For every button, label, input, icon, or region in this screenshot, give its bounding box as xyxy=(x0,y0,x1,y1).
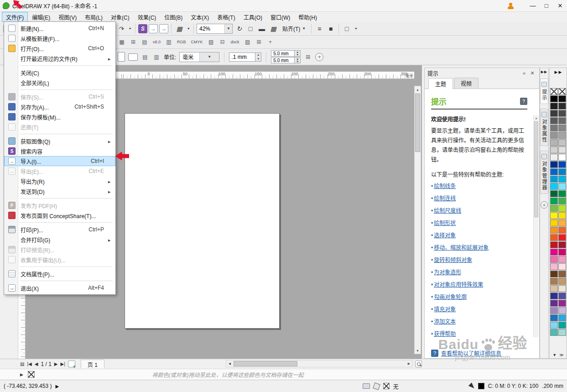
file-menu-item[interactable]: 导入(I)... Ctrl+I xyxy=(4,156,115,166)
fullscreen-preview-icon[interactable]: □ xyxy=(245,24,255,34)
horizontal-scroll-thumb[interactable] xyxy=(234,361,297,366)
hint-topic-link[interactable]: 绘制线条 xyxy=(431,182,527,189)
color-swatch[interactable] xyxy=(550,212,558,219)
color-swatch[interactable] xyxy=(550,249,558,256)
hint-topic-link[interactable]: 移动、缩放和延展对象 xyxy=(431,243,527,251)
scroll-left-icon[interactable]: ◀ xyxy=(226,362,233,366)
toolbar-icon[interactable] xyxy=(193,24,194,34)
color-swatch[interactable] xyxy=(558,234,566,241)
color-swatch[interactable] xyxy=(550,88,558,95)
color-swatch[interactable] xyxy=(550,271,558,277)
color-swatch[interactable] xyxy=(558,103,566,110)
window-layout-icon[interactable]: □ xyxy=(342,24,352,34)
add-control-icon[interactable]: + xyxy=(315,53,323,61)
portrait-button[interactable] xyxy=(118,52,125,62)
first-page-button[interactable]: |◀ xyxy=(27,361,31,366)
show-rulers-icon[interactable]: ▬ xyxy=(257,24,267,34)
hint-topic-link[interactable]: 绘制形状 xyxy=(431,219,527,226)
color-swatch[interactable] xyxy=(550,168,558,175)
color-swatch[interactable] xyxy=(550,110,558,117)
color-swatch[interactable] xyxy=(550,132,558,139)
minimize-button[interactable]: — xyxy=(526,0,540,11)
color-swatch[interactable] xyxy=(550,117,558,124)
file-menu-item[interactable]: 文档属性(P)... xyxy=(4,269,115,279)
redo-icon[interactable]: ↷ xyxy=(116,24,126,34)
color-swatch[interactable] xyxy=(558,198,566,204)
color-swatch[interactable] xyxy=(558,154,566,161)
color-swatch[interactable] xyxy=(558,285,566,292)
duplicate-y-input[interactable] xyxy=(271,57,295,63)
color-swatch[interactable] xyxy=(550,176,558,183)
no-color-swatch[interactable] xyxy=(28,371,35,378)
status-flyout-icon[interactable]: ▶ xyxy=(55,384,59,389)
docker-close-icon[interactable]: ✕ xyxy=(528,70,536,76)
menubar-item[interactable]: 视图(V) xyxy=(54,12,81,22)
add-page-button[interactable] xyxy=(68,361,75,367)
options-icon[interactable]: ≡ xyxy=(314,24,324,34)
grid-settings-icon[interactable]: ⊞ xyxy=(255,38,263,46)
color-swatch[interactable] xyxy=(550,227,558,234)
file-menu-item[interactable]: 发布为 PDF(H) xyxy=(4,200,115,210)
color-swatch[interactable] xyxy=(558,110,566,117)
color-swatch[interactable] xyxy=(558,88,566,95)
scroll-right-icon[interactable]: ▶ xyxy=(406,362,412,366)
nudge-spinner[interactable]: ▲▼ xyxy=(255,52,261,62)
vertical-scrollbar[interactable]: ▲ ▼ xyxy=(414,86,421,354)
file-menu-item[interactable]: 新建(N)... Ctrl+N xyxy=(4,23,115,33)
launcher-dropdown-icon[interactable]: ▾ xyxy=(186,24,191,34)
zoom-combo[interactable]: ▼ xyxy=(197,24,233,34)
corel-account-icon[interactable]: ■ xyxy=(326,24,336,34)
menubar-item[interactable]: 工具(O) xyxy=(239,12,266,22)
dock-arrows-icon[interactable]: ▶▶ xyxy=(541,70,547,74)
duplicate-x-input[interactable] xyxy=(271,50,295,57)
dock-icon[interactable]: dock xyxy=(230,38,240,46)
application-launcher-icon[interactable]: ▦ xyxy=(174,24,184,34)
color-swatch[interactable] xyxy=(558,212,566,219)
color-swatch[interactable] xyxy=(558,205,566,212)
frame-icon[interactable]: ⊟ xyxy=(218,38,227,46)
distribute-icon[interactable]: ▥ xyxy=(165,38,173,46)
more-help-link[interactable]: 查看帮助以了解详细信息 xyxy=(441,349,501,357)
color-swatch[interactable] xyxy=(550,285,558,292)
page-tab[interactable]: 页 1 xyxy=(81,360,104,368)
help-icon[interactable]: ? xyxy=(520,98,527,105)
file-menu-item[interactable]: 从模板新建(F)... xyxy=(4,33,115,43)
menubar-item[interactable]: 文件(F) xyxy=(2,12,28,22)
next-page-button[interactable]: ▶ xyxy=(54,361,58,366)
color-swatch[interactable] xyxy=(558,146,566,153)
redo-dropdown-icon[interactable]: ▾ xyxy=(127,24,132,34)
color-swatch[interactable] xyxy=(550,322,558,329)
color-swatch[interactable] xyxy=(558,190,566,197)
palette-expand-icon[interactable]: ≫ xyxy=(559,353,563,357)
menubar-item[interactable]: 布局(L) xyxy=(81,12,107,22)
toolbar-icon[interactable] xyxy=(135,24,135,34)
color-swatch[interactable] xyxy=(550,241,558,248)
color-swatch[interactable] xyxy=(558,125,566,131)
nudge-input[interactable] xyxy=(229,52,255,62)
color-swatch[interactable] xyxy=(558,314,566,321)
drawing-page[interactable] xyxy=(125,113,280,329)
file-menu-item[interactable]: 另存为(A)... Ctrl+Shift+S xyxy=(4,102,115,112)
quick-customize-icon[interactable]: + xyxy=(541,201,548,209)
treat-as-filled-icon[interactable]: ⊞ xyxy=(304,53,312,61)
file-menu-item[interactable]: 退出(X) Alt+F4 xyxy=(4,283,115,293)
vertical-scroll-thumb[interactable] xyxy=(415,94,420,152)
file-menu-item[interactable]: 打开最近用过的文件(R) xyxy=(4,53,115,63)
docker-scrollbar[interactable]: ▲ xyxy=(533,115,539,337)
color-swatch[interactable] xyxy=(558,249,566,256)
docker-scroll-thumb[interactable] xyxy=(534,121,538,217)
color-swatch[interactable] xyxy=(558,132,566,139)
hint-topic-link[interactable]: 选择对象 xyxy=(431,231,527,239)
page-flip-icon[interactable]: ▤ xyxy=(20,361,24,366)
all-pages-icon[interactable]: ▤ xyxy=(141,53,149,61)
zoom-dropdown-icon[interactable]: ▼ xyxy=(224,24,232,33)
color-swatch[interactable] xyxy=(550,161,558,168)
hint-topic-link[interactable]: 旋转和倾斜对象 xyxy=(431,256,527,263)
nudge-field[interactable]: ▲▼ xyxy=(229,52,261,62)
file-menu-item[interactable]: 发送到(D) xyxy=(4,186,115,196)
color-swatch[interactable] xyxy=(558,271,566,277)
snap-guides-icon[interactable]: ▤ xyxy=(140,38,149,46)
search-content-icon[interactable]: S xyxy=(138,24,147,33)
rgb-profile-icon[interactable]: RGB xyxy=(176,38,187,46)
color-swatch[interactable] xyxy=(558,293,566,299)
